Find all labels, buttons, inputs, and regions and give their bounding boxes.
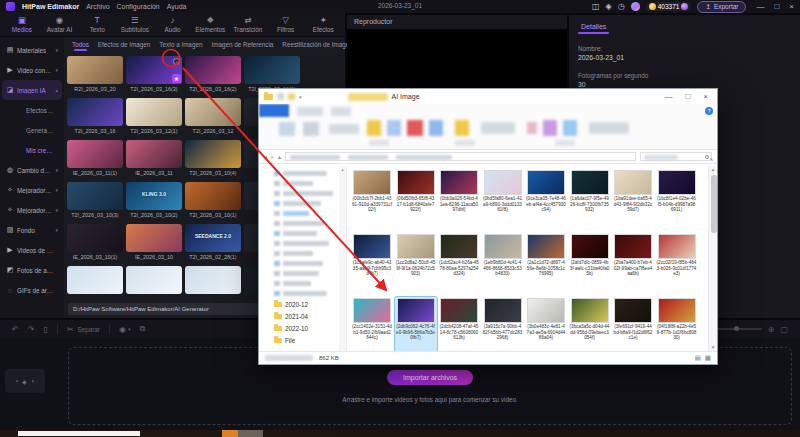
explorer-file[interactable]: (2dcb4208-47af-4514-8c78-c5608060613b): [438, 297, 480, 351]
media-item[interactable]: ↓: [67, 266, 123, 296]
sidebar-item-mejorador-d[interactable]: ✧ Mejorador d... ▾: [2, 200, 62, 220]
file-menu-button[interactable]: [259, 104, 289, 117]
media-thumbnail[interactable]: ↓: [185, 56, 241, 84]
taskbar-window-preview[interactable]: [18, 431, 140, 436]
sidebar-item-gifs-de-archivo[interactable]: ◌ GIFs de archivo: [2, 280, 62, 300]
feedback-icon[interactable]: ◈: [606, 2, 612, 12]
sidebar-item-mejorador-d[interactable]: ✧ Mejorador d... ▾: [2, 180, 62, 200]
media-thumbnail[interactable]: ↓: [126, 140, 182, 168]
import-files-button[interactable]: Importar archivos: [387, 370, 473, 385]
explorer-file[interactable]: (1dc62ac4-b26a-4578-80aa-5297a254d324): [438, 233, 480, 297]
redo-icon[interactable]: ↷: [28, 325, 35, 334]
tab-detalles[interactable]: Detalles: [578, 21, 609, 34]
media-item[interactable]: SEEDANCE 2.0 ↓ T2I_2026_02_28(1): [185, 224, 241, 260]
media-item[interactable]: ↓: [185, 266, 241, 296]
media-thumbnail[interactable]: ↓: [67, 266, 123, 294]
explorer-file[interactable]: (2a1c1d72-d897-456e-8a6b-1058c1c76995): [525, 233, 567, 297]
tree-folder-2021-04[interactable]: 2021-04: [259, 310, 346, 322]
menu-archivo[interactable]: Archivo: [86, 3, 109, 10]
explorer-minimize-button[interactable]: —: [664, 92, 672, 101]
tab-elementos[interactable]: ❖ Elementos: [191, 16, 229, 33]
tab-avatar-ai[interactable]: ◉ Avatar AI: [41, 16, 79, 33]
track-icon-a[interactable]: ▪: [16, 378, 18, 384]
explorer-file[interactable]: (1eb9b80d-4c41-4466-8668-8533c53b4833): [482, 233, 524, 297]
scissors-icon[interactable]: ✂: [67, 325, 74, 334]
explorer-file[interactable]: (1cc2d8a2-50c8-459f-9f1a-0624b72c5903): [395, 233, 437, 297]
search-box[interactable]: [640, 152, 712, 161]
explorer-close-button[interactable]: ×: [703, 92, 708, 101]
media-thumbnail[interactable]: ↓: [67, 224, 123, 252]
sidebar-item-mis-creaciones[interactable]: Mis creaciones: [2, 140, 62, 160]
track-icon-b[interactable]: ◆: [22, 378, 27, 385]
media-thumbnail[interactable]: ↓: [244, 56, 300, 84]
workspace-layout-icon[interactable]: ◫: [592, 2, 600, 12]
tree-folder-file[interactable]: File: [259, 334, 346, 346]
explorer-file[interactable]: (00b3cb7f-2bb1-4361-910d-a339731cf02f): [351, 169, 393, 233]
track-header[interactable]: ▪ ◆ ◑: [5, 369, 45, 393]
coin-balance[interactable]: 403371: [646, 2, 692, 11]
media-item[interactable]: ↓ IE_2026_03_11(1): [67, 140, 123, 176]
user-avatar[interactable]: [631, 2, 640, 11]
file-grid-scrollbar[interactable]: ▲ ▼: [708, 166, 717, 351]
media-thumbnail[interactable]: ↓: [185, 98, 241, 126]
media-thumbnail[interactable]: ↓: [67, 140, 123, 168]
explorer-file[interactable]: (3a915c7a-90bb-482f-b5bb-477dc2832968): [482, 297, 524, 351]
explorer-file[interactable]: (0bd5fa80-6ea1-41a9-b890-3ddd013381f8): [482, 169, 524, 233]
nav-forward-icon[interactable]: ▸: [271, 153, 274, 160]
sidebar-item-fotos-de-archivo[interactable]: ◩ Fotos de archivo: [2, 260, 62, 280]
media-item[interactable]: ↓ IE_2026_03_11: [126, 140, 182, 176]
zoom-in-icon[interactable]: ⊕: [768, 325, 775, 334]
explorer-file[interactable]: (1a6dac07-9f5e-4926-bc8f-7300fb735932): [569, 169, 611, 233]
media-item[interactable]: ↓: [126, 266, 182, 296]
undo-icon[interactable]: ↶: [12, 325, 19, 334]
tab-audio[interactable]: ♪ Audio: [154, 16, 192, 33]
media-subtab-texto-a-imagen[interactable]: Texto a Imagen: [159, 41, 202, 51]
media-item[interactable]: ↓ T2I_2026_03_16(1): [244, 56, 300, 92]
media-thumbnail[interactable]: ↓: [67, 182, 123, 210]
media-item[interactable]: ↓ IE_2026_03_10: [126, 224, 182, 260]
explorer-file[interactable]: (3b0e483c-4e81-47a3-ae5a-6904d4486a04): [525, 297, 567, 351]
media-thumbnail[interactable]: ↓: [126, 224, 182, 252]
media-subtab-efectos-de-imagen[interactable]: Efectos de Imagen: [98, 41, 151, 51]
media-item[interactable]: ↓ ★ T2I_2026_03_16(3): [126, 56, 182, 92]
sidebar-item-cambio-de-ro[interactable]: ◍ Cambio de ro... ▾: [2, 160, 62, 180]
media-subtab-reestilizaci-n-de-imagen[interactable]: Reestilización de Imagen: [282, 41, 352, 51]
media-thumbnail[interactable]: ↓: [126, 98, 182, 126]
sidebar-item-fondo[interactable]: ▨ Fondo ▾: [2, 220, 62, 240]
media-subtab-imagen-de-referencia[interactable]: Imagen de Referencia: [211, 41, 273, 51]
scroll-down-icon[interactable]: ▼: [709, 345, 717, 350]
explorer-file[interactable]: (06d50fb3-65f8-4317-b1d8-6840afe7922f): [395, 169, 437, 233]
tab-medios[interactable]: ▣ Medios: [3, 16, 41, 33]
sidebar-item-efectos-de-im[interactable]: Efectos de Im...: [2, 100, 62, 120]
sidebar-item-generador-de[interactable]: Generador de...: [2, 120, 62, 140]
close-button[interactable]: ×: [789, 2, 794, 11]
media-thumbnail[interactable]: ↓: [67, 98, 123, 126]
explorer-maximize-button[interactable]: □: [685, 92, 690, 101]
menu-ayuda[interactable]: Ayuda: [167, 3, 187, 10]
address-box[interactable]: [285, 152, 636, 161]
media-thumbnail[interactable]: ↓: [185, 182, 241, 210]
tree-folder-2022-10[interactable]: 2022-10: [259, 322, 346, 334]
history-icon[interactable]: ◷: [618, 2, 625, 12]
nav-up-icon[interactable]: ▴: [278, 153, 281, 160]
media-thumbnail[interactable]: ↓: [67, 56, 123, 84]
minimize-button[interactable]: —: [756, 2, 764, 11]
nav-scrollbar[interactable]: ▲: [339, 166, 346, 351]
explorer-file[interactable]: (2afd7dfc-0859-4b3f-aafc-c31ba40fa05b): [569, 233, 611, 297]
crop-icon[interactable]: ⧉: [139, 324, 145, 334]
explorer-file[interactable]: (2db9c062-4c76-4fe0-9b96-5b6a7b3e0fb7): [395, 297, 437, 351]
explorer-file[interactable]: (2ba7a400-b7eb-402f-99ab-ca7f8ee4aa6b): [612, 233, 654, 297]
explorer-file[interactable]: (1bc8f1e4-02be-46f5-b04b-d9987a986911): [656, 169, 698, 233]
taskbar-app-icon[interactable]: [238, 430, 263, 437]
media-item[interactable]: ↓ T2I_2026_03_10(4): [185, 140, 241, 176]
tab-filtros[interactable]: ▽ Filtros: [267, 16, 305, 33]
media-item[interactable]: ↓ T2I_2026_03_10(3): [67, 182, 123, 218]
split-label[interactable]: Separar: [78, 326, 100, 333]
tree-folder-2020-12[interactable]: 2020-12: [259, 298, 346, 310]
explorer-file[interactable]: (0ce3ca05-7e48-46eb-af4a-4cc457930c94): [525, 169, 567, 233]
taskbar-app-icon[interactable]: [222, 430, 238, 437]
media-thumbnail[interactable]: ↓: [185, 140, 241, 168]
sidebar-item-video-con-ia[interactable]: ▶ Video con IA ▾: [2, 60, 62, 80]
media-thumbnail[interactable]: ↓: [185, 266, 241, 294]
tab-texto[interactable]: T Texto: [78, 16, 116, 33]
